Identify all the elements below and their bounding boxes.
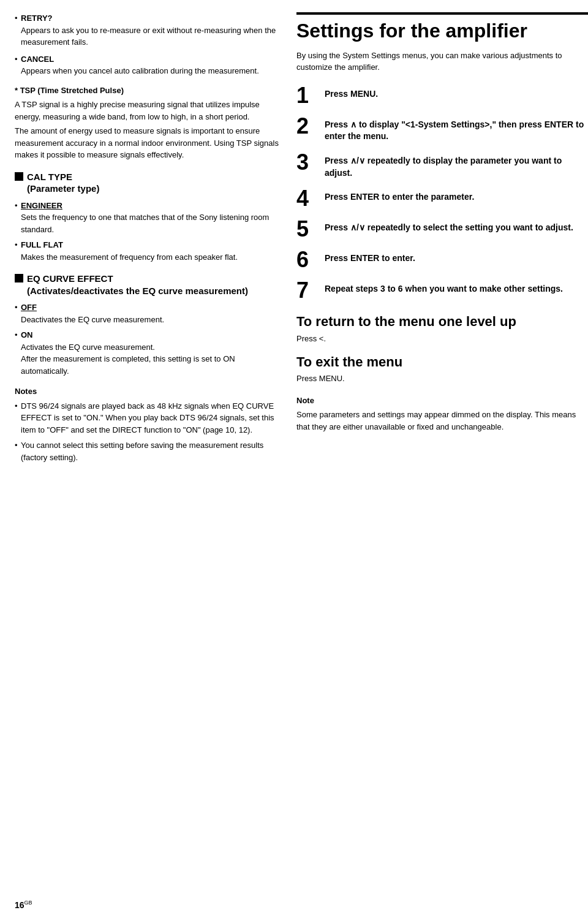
step-3-row: 3 Press ∧/∨ repeatedly to display the pa…	[296, 151, 588, 179]
eq-on-label: ON	[21, 330, 33, 339]
engineer-text: Sets the frequency to one that matches t…	[21, 213, 269, 234]
tsp-text2: The amount of energy used to measure sig…	[15, 125, 282, 161]
to-exit-text: Press MENU.	[296, 373, 588, 385]
retry-section: RETRY? Appears to ask you to re-measure …	[15, 12, 282, 48]
step-6-row: 6 Press ENTER to enter.	[296, 249, 588, 271]
page-container: RETRY? Appears to ask you to re-measure …	[0, 0, 588, 921]
to-return-heading: To return to the menu one level up	[296, 314, 588, 330]
cal-type-sub: (Parameter type)	[27, 183, 99, 194]
right-note-text: Some parameters and settings may appear …	[296, 409, 588, 433]
step-5-row: 5 Press ∧/∨ repeatedly to select the set…	[296, 218, 588, 240]
eq-on-text1: Activates the EQ curve measurement.	[21, 343, 155, 352]
right-column: Settings for the amplifier By using the …	[296, 12, 588, 896]
eq-sub: (Activates/deactivates the EQ curve meas…	[27, 286, 248, 296]
page-number: 16GB	[15, 900, 32, 910]
eq-on-item: ON Activates the EQ curve measurement. A…	[15, 329, 282, 377]
step-4-content: Press ENTER to enter the parameter.	[325, 188, 474, 203]
fullflat-text: Makes the measurement of frequency from …	[21, 252, 238, 262]
to-return-text: Press <.	[296, 333, 588, 345]
step-3-number: 3	[296, 151, 318, 173]
step-1-row: 1 Press MENU.	[296, 85, 588, 107]
note2-text: You cannot select this setting before sa…	[21, 441, 263, 462]
step-6-number: 6	[296, 249, 318, 271]
cancel-text: Appears when you cancel auto calibration…	[21, 66, 259, 75]
cancel-title: CANCEL	[21, 55, 54, 64]
to-exit-section: To exit the menu Press MENU.	[296, 354, 588, 385]
cancel-item: CANCEL Appears when you cancel auto cali…	[15, 53, 282, 77]
cancel-section: CANCEL Appears when you cancel auto cali…	[15, 53, 282, 77]
eq-off-item: OFF Deactivates the EQ curve measurement…	[15, 301, 282, 325]
page-title: Settings for the amplifier	[296, 20, 588, 42]
tsp-text1: A TSP signal is a highly precise measuri…	[15, 99, 282, 123]
step-6-content: Press ENTER to enter.	[325, 249, 415, 265]
fullflat-label: FULL FLAT	[21, 240, 63, 249]
engineer-label: ENGINEER	[21, 201, 62, 210]
step-5-content: Press ∧/∨ repeatedly to select the setti…	[325, 218, 573, 234]
note1-text: DTS 96/24 signals are played back as 48 …	[21, 401, 274, 434]
cal-type-section-heading: CAL TYPE (Parameter type)	[15, 171, 282, 195]
retry-text: Appears to ask you to re-measure or exit…	[21, 26, 276, 47]
left-column: RETRY? Appears to ask you to re-measure …	[15, 12, 296, 896]
top-divider	[296, 12, 588, 15]
step-2-number: 2	[296, 115, 318, 137]
right-note-title: Note	[296, 395, 588, 407]
eq-section-heading: EQ CURVE EFFECT (Activates/deactivates t…	[15, 273, 282, 297]
to-return-section: To return to the menu one level up Press…	[296, 314, 588, 344]
step-1-content: Press MENU.	[325, 85, 378, 100]
notes-section: Notes DTS 96/24 signals are played back …	[15, 385, 282, 463]
step-2-content: Press ∧ to display "<1-System Settings>,…	[325, 115, 588, 143]
intro-text: By using the System Settings menus, you …	[296, 50, 588, 74]
retry-item: RETRY? Appears to ask you to re-measure …	[15, 12, 282, 48]
to-exit-heading: To exit the menu	[296, 354, 588, 370]
tsp-section: * TSP (Time Stretched Pulse) A TSP signa…	[15, 85, 282, 161]
eq-icon	[15, 274, 23, 282]
fullflat-item: FULL FLAT Makes the measurement of frequ…	[15, 239, 282, 263]
right-note-section: Note Some parameters and settings may ap…	[296, 395, 588, 433]
step-4-row: 4 Press ENTER to enter the parameter.	[296, 188, 588, 210]
steps-container: 1 Press MENU. 2 Press ∧ to display "<1-S…	[296, 85, 588, 301]
step-3-content: Press ∧/∨ repeatedly to display the para…	[325, 151, 588, 179]
step-1-number: 1	[296, 85, 318, 107]
notes-title: Notes	[15, 385, 282, 398]
step-4-number: 4	[296, 188, 318, 210]
cal-type-heading: CAL TYPE	[27, 172, 72, 182]
step-7-row: 7 Repeat steps 3 to 6 when you want to m…	[296, 279, 588, 301]
cal-type-icon	[15, 172, 23, 181]
eq-off-label: OFF	[21, 303, 37, 312]
tsp-title: * TSP (Time Stretched Pulse)	[15, 85, 282, 97]
engineer-item: ENGINEER Sets the frequency to one that …	[15, 200, 282, 236]
step-7-number: 7	[296, 279, 318, 301]
eq-on-text2: After the measurement is completed, this…	[21, 354, 235, 376]
note2-item: You cannot select this setting before sa…	[15, 439, 282, 463]
eq-heading: EQ CURVE EFFECT	[27, 273, 113, 284]
page-number-sup: GB	[24, 900, 32, 906]
step-7-content: Repeat steps 3 to 6 when you want to mak…	[325, 279, 563, 295]
retry-title: RETRY?	[21, 13, 53, 23]
step-5-number: 5	[296, 218, 318, 240]
note1-item: DTS 96/24 signals are played back as 48 …	[15, 400, 282, 436]
eq-off-text: Deactivates the EQ curve measurement.	[21, 315, 164, 324]
step-2-row: 2 Press ∧ to display "<1-System Settings…	[296, 115, 588, 143]
